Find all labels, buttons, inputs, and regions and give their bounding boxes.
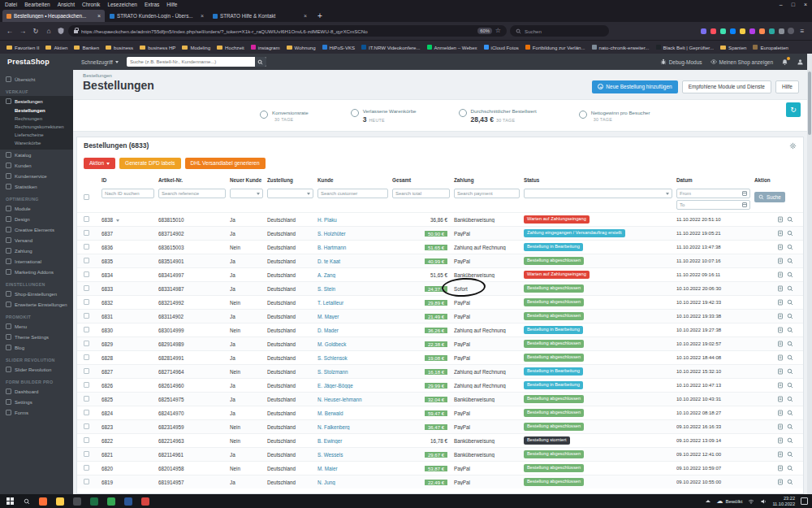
view-order-icon[interactable] xyxy=(787,382,793,389)
taskbar-app-mail[interactable] xyxy=(136,494,153,508)
window-minimize-button[interactable]: – xyxy=(780,2,783,7)
window-maximize-button[interactable]: □ xyxy=(792,2,795,7)
prestashop-logo[interactable]: PrestaShop xyxy=(0,58,73,66)
column-header-neuer-kunde[interactable]: Neuer Kunde xyxy=(230,178,267,184)
account-icon[interactable] xyxy=(797,59,804,66)
customer-link[interactable]: M. Berwald xyxy=(317,410,343,416)
invoice-document-icon[interactable] xyxy=(777,285,784,292)
order-row-6820[interactable]: 6820682014958NeinDeutschlandM. Maier53,8… xyxy=(77,461,803,475)
filter-date-from-input[interactable]: From xyxy=(676,189,750,198)
sidebar-item-design[interactable]: Design xyxy=(0,214,73,224)
extension-icon[interactable] xyxy=(730,28,736,34)
sidebar-item-dashboard[interactable]: Dashboard xyxy=(0,386,73,397)
filter-reference-input[interactable] xyxy=(158,189,226,198)
menu-bearbeiten[interactable]: Bearbeiten xyxy=(24,2,50,7)
browser-search-field[interactable]: Suchen xyxy=(510,25,609,37)
bookmark-aktien[interactable]: Aktien xyxy=(45,45,67,50)
debug-mode-indicator[interactable]: Debug-Modus xyxy=(660,59,702,65)
tab-close-icon[interactable]: × xyxy=(201,13,204,19)
view-order-icon[interactable] xyxy=(787,271,793,278)
customer-link[interactable]: D. Mader xyxy=(317,328,339,333)
view-order-icon[interactable] xyxy=(787,327,793,333)
view-order-icon[interactable] xyxy=(787,479,793,485)
help-button[interactable]: Hilfe xyxy=(775,80,799,93)
customer-link[interactable]: B. Hartmann xyxy=(317,245,346,250)
filter-new-customer-select[interactable] xyxy=(230,189,263,198)
bookmark-hipos-vks[interactable]: HiPoS-VKS xyxy=(322,45,356,50)
taskbar-clock[interactable]: 23:22 11.10.2022 xyxy=(772,496,795,507)
order-row-6834[interactable]: 6834683414997JaDeutschlandA. Zang51,65 €… xyxy=(77,267,803,281)
row-checkbox[interactable] xyxy=(84,437,89,443)
order-row-6838[interactable]: 6838683815010JaDeutschlandH. Plaku36,86 … xyxy=(77,212,803,226)
row-checkbox[interactable] xyxy=(84,423,89,429)
customer-link[interactable]: N. Falkenberg xyxy=(317,424,350,430)
row-checkbox[interactable] xyxy=(84,244,89,250)
bookmark-nato-chronik-erweiter[interactable]: nato-chronik-erweiter... xyxy=(592,45,650,50)
sidebar-item-versand[interactable]: Versand xyxy=(0,235,73,245)
order-row-6824[interactable]: 6824682414970JaDeutschlandM. Berwald59,4… xyxy=(77,406,803,419)
tray-expand-icon[interactable] xyxy=(706,500,710,502)
column-header-artikel-nr[interactable]: Artikel-Nr. xyxy=(158,178,230,184)
invoice-document-icon[interactable] xyxy=(777,354,784,361)
sidebar-subitem-lieferscheine[interactable]: Lieferscheine xyxy=(0,131,73,139)
order-row-6836[interactable]: 6836683615003NeinDeutschlandB. Hartmann5… xyxy=(77,240,803,254)
menu-chronik[interactable]: Chronik xyxy=(82,2,100,7)
menu-ansicht[interactable]: Ansicht xyxy=(58,2,75,7)
bookmark-hochzeit[interactable]: Hochzeit xyxy=(217,45,244,50)
order-row-6819[interactable]: 6819681914957JaDeutschlandN. Jung22,49 €… xyxy=(77,475,803,488)
bookmark-fortbildung-zur-verlän[interactable]: Fortbildung zur Verlän... xyxy=(525,45,585,50)
kpi-refresh-button[interactable]: ↻ xyxy=(786,102,801,117)
order-row-6822[interactable]: 6822682214963NeinDeutschlandB. Ewinger16… xyxy=(77,433,803,447)
bookmark-icloud-fotos[interactable]: iCloud Fotos xyxy=(484,45,519,50)
start-button[interactable] xyxy=(0,494,19,508)
filter-date-to-input[interactable]: To xyxy=(676,200,750,210)
sidebar-item-shop-einstellungen[interactable]: Shop-Einstellungen xyxy=(0,289,73,299)
action-center-icon[interactable] xyxy=(801,497,808,505)
invoice-document-icon[interactable] xyxy=(777,451,784,458)
scrollbar-thumb[interactable] xyxy=(808,72,811,135)
invoice-document-icon[interactable] xyxy=(777,465,784,471)
sidebar-item-zahlung[interactable]: Zahlung xyxy=(0,245,73,256)
customer-link[interactable]: B. Ewinger xyxy=(317,438,342,444)
customer-link[interactable]: S. Wessels xyxy=(317,452,343,458)
order-row-6827[interactable]: 6827682714964NeinDeutschlandS. Stolzmann… xyxy=(77,364,803,378)
row-checkbox[interactable] xyxy=(84,382,89,388)
sidebar-item-international[interactable]: International xyxy=(0,256,73,267)
row-checkbox[interactable] xyxy=(84,299,89,305)
sidebar-item-forms[interactable]: Forms xyxy=(0,407,73,418)
invoice-document-icon[interactable] xyxy=(777,341,784,347)
invoice-document-icon[interactable] xyxy=(777,437,784,444)
bookmark-europaletten[interactable]: Europaletten xyxy=(753,45,788,50)
bookmark-modeling[interactable]: Modeling xyxy=(182,45,210,50)
volume-icon[interactable] xyxy=(760,498,767,505)
order-preview-caret-icon[interactable] xyxy=(116,219,119,222)
column-header-id[interactable]: ID xyxy=(102,178,158,184)
extension-icon[interactable] xyxy=(720,28,726,34)
select-all-checkbox[interactable] xyxy=(84,194,89,200)
view-order-icon[interactable] xyxy=(787,465,793,471)
tracking-shield-icon[interactable] xyxy=(57,27,65,35)
row-checkbox[interactable] xyxy=(84,258,89,263)
invoice-document-icon[interactable] xyxy=(777,368,784,375)
new-tab-button[interactable]: + xyxy=(312,10,328,22)
sidebar-item-theme-settings[interactable]: Theme Settings xyxy=(0,332,73,342)
sidebar-subitem-bestellungen[interactable]: Bestellungen xyxy=(0,106,73,115)
taskbar-app-sheets[interactable] xyxy=(102,494,119,508)
view-shop-link[interactable]: Meinen Shop anzeigen xyxy=(710,59,774,65)
row-checkbox[interactable] xyxy=(84,396,89,402)
view-order-icon[interactable] xyxy=(787,313,793,319)
customer-link[interactable]: N. Jung xyxy=(317,480,335,485)
row-checkbox[interactable] xyxy=(84,216,89,222)
invoice-document-icon[interactable] xyxy=(777,396,784,402)
forward-icon[interactable]: → xyxy=(18,28,28,35)
column-header-datum[interactable]: Datum xyxy=(676,178,754,184)
menu-lesezeichen[interactable]: Lesezeichen xyxy=(107,2,137,7)
view-order-icon[interactable] xyxy=(787,437,793,444)
menu-extras[interactable]: Extras xyxy=(145,2,159,7)
order-row-6835[interactable]: 6835683514901JaDeutschlandD. te Kaat40,9… xyxy=(77,254,803,267)
bulk-actions-button[interactable]: Aktion xyxy=(84,158,115,169)
invoice-document-icon[interactable] xyxy=(777,327,784,333)
customer-link[interactable]: T. Letailleur xyxy=(317,300,343,306)
sidebar-item-kundenservice[interactable]: Kundenservice xyxy=(0,171,73,181)
bookmark-star-icon[interactable]: ☆ xyxy=(495,28,501,34)
